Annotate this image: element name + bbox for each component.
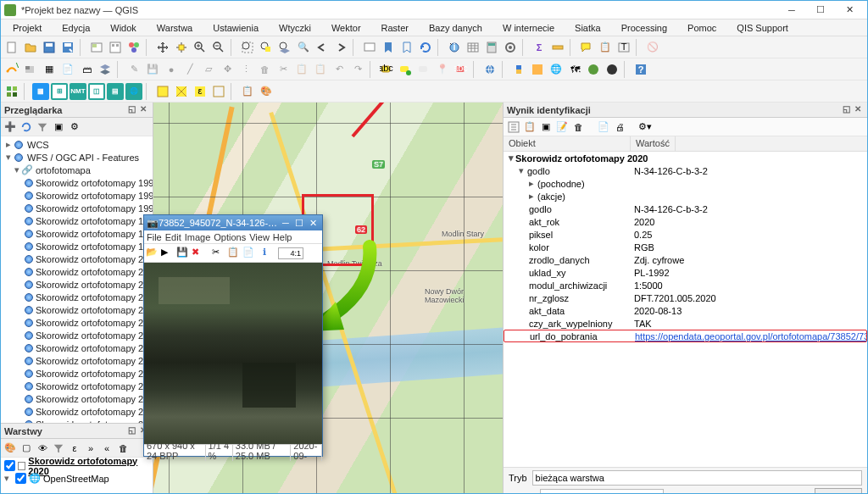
tree-ortofotomapa[interactable]: ▾🔗ortofotomapa [1,164,153,176]
browser-refresh-button[interactable] [19,120,33,134]
irfanview-close[interactable]: ✕ [306,218,320,229]
menu-wektor[interactable]: Wektor [321,21,371,35]
menu-qis-support[interactable]: QIS Support [726,21,798,35]
identify-collapse-button[interactable]: ▣ [539,120,553,134]
browser-collapse-button[interactable]: ▣ [52,120,65,134]
browser-close-button[interactable]: ✕ [137,104,149,116]
layer-skorowidz-2020[interactable]: Skorowidz ortofotomapy 2020 [4,459,149,472]
layers-collapse-button[interactable]: « [100,441,114,455]
annotation-button[interactable]: 📋 [597,39,614,56]
layers-filter-button[interactable] [52,441,65,455]
tree-year-2002[interactable]: Skorowidz ortofotomapy 2004 [1,303,153,316]
tree-year-2003[interactable]: Skorowidz ortofotomapy 2005 [1,316,153,329]
plugin-grid-button[interactable] [3,83,20,100]
identify-attr-akt_data[interactable]: akt_data2020-08-13 [504,304,867,317]
identify-clear-button[interactable]: 🗑 [571,120,585,134]
identify-print-button[interactable]: 🖨 [613,120,626,134]
copy-style-button[interactable]: 📋 [239,83,256,100]
identify-results-table[interactable]: Obiekt Wartość ▾Skorowidz ortofotomapy 2… [504,136,867,467]
close-button[interactable]: ✕ [835,2,864,19]
refresh-button[interactable] [417,39,434,56]
metasearch-button[interactable] [481,61,498,78]
menu-ustawienia[interactable]: Ustawienia [203,21,269,35]
identify-akcje[interactable]: ▸(akcje) [504,190,867,203]
plugin-5-button[interactable] [604,61,620,78]
irfanview-maximize[interactable]: ☐ [292,218,306,229]
ifv-menu-edit[interactable]: Edit [165,232,181,242]
paste-style-button[interactable]: 🎨 [258,83,275,100]
identify-attr-modul_archiwizacji[interactable]: modul_archiwizacji1:5000 [504,279,867,291]
tree-year-1998[interactable]: Skorowidz ortofotomapy 2000 [1,253,153,265]
layers-visibility-button[interactable]: 👁 [36,441,49,455]
ifv-zoom-input[interactable] [278,247,303,259]
ifv-cut-button[interactable]: ✂ [212,247,225,260]
tree-year-1994[interactable]: Skorowidz ortofotomapy 1996 [1,202,153,214]
identify-help-button[interactable]: Pomoc [815,488,862,494]
menu-bazy-danych[interactable]: Bazy danych [419,21,492,35]
tree-year-2007[interactable]: Skorowidz ortofotomapy 2009 [1,367,153,380]
tree-year-2004[interactable]: Skorowidz ortofotomapy 2006 [1,329,153,341]
plugin-1-button[interactable] [529,61,546,78]
new-project-button[interactable] [3,39,20,56]
zoom-in-button[interactable] [192,39,209,56]
tree-year-2006[interactable]: Skorowidz ortofotomapy 2008 [1,354,153,367]
identify-expand-button[interactable] [507,120,520,134]
tree-year-1997[interactable]: Skorowidz ortofotomapy 1999 [1,240,153,253]
tree-year-1999[interactable]: Skorowidz ortofotomapy 2001 [1,265,153,278]
tree-year-2005[interactable]: Skorowidz ortofotomapy 2007 [1,341,153,354]
identify-attr-piksel[interactable]: piksel0.25 [504,228,867,241]
identify-attr-godlo[interactable]: godloN-34-126-C-b-3-2 [504,203,867,215]
tree-year-1996[interactable]: Skorowidz ortofotomapy 1998 [1,227,153,240]
tree-year-1995[interactable]: Skorowidz ortofotomapy 1997 [1,214,153,227]
deselect-button[interactable] [210,83,227,100]
field-calculator-button[interactable] [483,39,500,56]
select-button[interactable] [154,83,171,100]
pan-to-selection-button[interactable] [173,39,190,56]
menu-projekt[interactable]: Projekt [3,21,52,35]
layout-manager-button[interactable] [107,39,124,56]
new-map-view-button[interactable] [361,39,378,56]
zoom-out-button[interactable] [210,39,227,56]
ifv-menu-image[interactable]: Image [185,232,211,242]
plugin-4-button[interactable] [585,61,602,78]
ifv-save-button[interactable]: 💾 [176,247,190,260]
add-delimited-button[interactable]: 📄 [59,61,76,78]
layers-expr-button[interactable]: ε [68,441,81,455]
style-manager-button[interactable] [125,39,142,56]
identify-settings-button[interactable]: ⚙▾ [638,120,652,134]
identify-url-row[interactable]: url_do_pobrania https://opendata.geoport… [504,330,867,342]
layer-skorowidz-checkbox[interactable] [4,460,15,471]
identify-form-button[interactable]: 📝 [555,120,569,134]
identify-view-select[interactable] [540,489,664,494]
tree-year-2010[interactable]: Skorowidz ortofotomapy 2012 [1,405,153,418]
irfanview-image[interactable] [144,263,322,444]
ifv-menu-options[interactable]: Options [214,232,246,242]
zoom-to-layer-button[interactable] [276,39,293,56]
zoom-to-selection-button[interactable] [258,39,275,56]
select-all-button[interactable] [173,83,190,100]
menu-warstwa[interactable]: Warstwa [147,21,203,35]
zoom-next-button[interactable] [332,39,349,56]
text-annotation-button[interactable]: T [615,39,632,56]
tree-year-2001[interactable]: Skorowidz ortofotomapy 2003 [1,291,153,303]
zoom-native-button[interactable]: 🔍 [295,39,312,56]
ifv-info-button[interactable]: ℹ [263,247,276,260]
ifv-paste-button[interactable]: 📄 [242,247,256,260]
layers-add-group-button[interactable]: ▢ [19,441,33,455]
irfanview-window[interactable]: 📷 73852_945072_N-34-126-C-b-3-2.tif - Ir… [143,214,323,457]
identify-attr-zrodlo_danych[interactable]: zrodlo_danychZdj. cyfrowe [504,253,867,266]
plugin-gugik-button[interactable]: ▦ [32,83,49,100]
tree-year-2000[interactable]: Skorowidz ortofotomapy 2002 [1,278,153,291]
ifv-delete-button[interactable]: ✖ [192,247,205,260]
layers-expand-button[interactable]: » [84,441,97,455]
save-project-button[interactable] [41,39,58,56]
ifv-copy-button[interactable]: 📋 [227,247,241,260]
identify-root-row[interactable]: ▾Skorowidz ortofotomapy 2020 [504,152,867,164]
identify-attr-uklad_xy[interactable]: uklad_xyPL-1992 [504,266,867,279]
identify-new-button[interactable]: 📋 [523,120,537,134]
attribute-table-button[interactable] [465,39,481,56]
ifv-menu-view[interactable]: View [249,232,270,242]
open-project-button[interactable] [22,39,39,56]
layers-list[interactable]: Skorowidz ortofotomapy 2020 ▾ 🌐 OpenStre… [1,458,153,494]
tree-year-2008[interactable]: Skorowidz ortofotomapy 2010 [1,380,153,392]
